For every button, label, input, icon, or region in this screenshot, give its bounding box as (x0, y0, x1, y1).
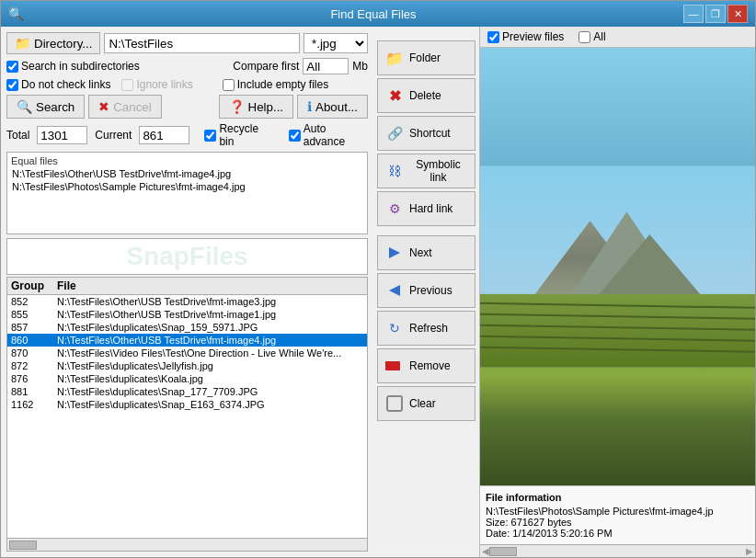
next-btn-icon (385, 244, 404, 262)
row-file: N:\TestFiles\Video Files\Test\One Direct… (57, 347, 363, 359)
svg-rect-2 (385, 361, 400, 370)
col-file-header: File (57, 279, 363, 292)
scroll-thumb[interactable] (9, 541, 37, 550)
folder-icon: 📁 (15, 36, 30, 51)
file-path: N:\TestFiles\Photos\Sample Pictures\fmt-… (486, 506, 750, 517)
table-row[interactable]: 876N:\TestFiles\duplicates\Koala.jpg (7, 372, 367, 385)
row-file: N:\TestFiles\Other\USB TestDrive\fmt-ima… (57, 309, 363, 320)
search-subdirs-check[interactable]: Search in subdirectories (6, 60, 140, 73)
cancel-button[interactable]: ✖ Cancel (88, 95, 162, 119)
watermark-logo: SnapFiles (126, 242, 247, 271)
next-button[interactable]: Next (377, 235, 475, 270)
clear-button[interactable]: Clear (377, 386, 475, 421)
row-group: 876 (11, 373, 57, 384)
totals-row: Total Current Recycle bin Auto advance (6, 122, 368, 148)
file-size: Size: 671627 bytes (486, 517, 750, 528)
window-controls: — ❐ ✕ (683, 5, 748, 23)
row-file: N:\TestFiles\duplicates\Jellyfish.jpg (57, 360, 363, 371)
file-list-area: Group File 852N:\TestFiles\Other\USB Tes… (6, 277, 368, 552)
ignore-links-check[interactable]: Ignore links (121, 78, 192, 91)
row-group: 872 (11, 360, 57, 371)
directory-button[interactable]: 📁 Directory... (6, 32, 100, 54)
row-file: N:\TestFiles\duplicates\Snap_159_5971.JP… (57, 322, 363, 333)
row-group: 857 (11, 322, 57, 333)
row-file: N:\TestFiles\duplicates\Koala.jpg (57, 373, 363, 384)
clear-btn-icon (385, 394, 404, 413)
horizontal-scrollbar[interactable] (7, 538, 367, 551)
table-row[interactable]: 1162N:\TestFiles\duplicates\Snap_E163_63… (7, 398, 367, 411)
directory-row: 📁 Directory... *.jpg (6, 32, 368, 54)
restore-button[interactable]: ❐ (705, 5, 726, 23)
checks-row-1: Search in subdirectories Compare first M… (6, 58, 368, 74)
file-list-scroll[interactable]: 852N:\TestFiles\Other\USB TestDrive\fmt-… (7, 295, 367, 538)
symbolic-link-button[interactable]: ⛓ Symbolic link (377, 154, 475, 188)
right-panel-scrollbar[interactable]: ◀ ▶ (480, 544, 755, 557)
remove-button[interactable]: Remove (377, 348, 475, 383)
table-row[interactable]: 855N:\TestFiles\Other\USB TestDrive\fmt-… (7, 308, 367, 321)
minimize-button[interactable]: — (683, 5, 704, 23)
refresh-btn-icon: ↻ (385, 319, 404, 337)
table-row[interactable]: 852N:\TestFiles\Other\USB TestDrive\fmt-… (7, 295, 367, 308)
table-row[interactable]: 860N:\TestFiles\Other\USB TestDrive\fmt-… (7, 334, 367, 347)
do-not-check-links-check[interactable]: Do not check links (6, 78, 110, 91)
table-row[interactable]: 881N:\TestFiles\duplicates\Snap_177_7709… (7, 385, 367, 398)
current-input[interactable] (139, 126, 189, 144)
compare-input[interactable] (303, 58, 349, 74)
row-group: 852 (11, 296, 57, 307)
preview-all-check[interactable]: All (578, 30, 605, 43)
help-button[interactable]: ❓ Help... (219, 95, 294, 119)
watermark-area: SnapFiles (6, 238, 368, 275)
remove-btn-icon (385, 357, 404, 375)
hard-link-button[interactable]: ⚙ Hard link (377, 191, 475, 226)
equal-file-1[interactable]: N:\TestFiles\Other\USB TestDrive\fmt-ima… (9, 167, 365, 180)
help-icon: ❓ (229, 99, 245, 114)
shortcut-button[interactable]: 🔗 Shortcut (377, 116, 475, 151)
left-panel: 📁 Directory... *.jpg Search in subdirect… (1, 27, 373, 557)
recycle-bin-check[interactable]: Recycle bin (204, 122, 273, 148)
right-scroll-thumb[interactable] (489, 547, 517, 556)
row-file: N:\TestFiles\duplicates\Snap_E163_6374.J… (57, 399, 363, 410)
col-group-header: Group (11, 279, 57, 292)
hard-link-btn-icon: ⚙ (385, 199, 404, 218)
preview-image (480, 48, 755, 485)
row-group: 1162 (11, 399, 57, 410)
table-row[interactable]: 872N:\TestFiles\duplicates\Jellyfish.jpg (7, 359, 367, 372)
table-row[interactable]: 870N:\TestFiles\Video Files\Test\One Dir… (7, 347, 367, 359)
shortcut-btn-icon: 🔗 (385, 124, 404, 142)
action-buttons-row: 🔍 Search ✖ Cancel ❓ Help... ℹ About... (6, 95, 368, 119)
row-group: 870 (11, 347, 57, 359)
svg-rect-3 (387, 396, 402, 411)
row-group: 855 (11, 309, 57, 320)
equal-files-box: Equal files N:\TestFiles\Other\USB TestD… (6, 152, 368, 234)
equal-file-2[interactable]: N:\TestFiles\Photos\Sample Pictures\fmt-… (9, 180, 365, 193)
extension-select[interactable]: *.jpg (304, 33, 368, 53)
about-button[interactable]: ℹ About... (297, 95, 368, 119)
file-info-section: File information N:\TestFiles\Photos\Sam… (480, 485, 755, 544)
checks-row-2: Do not check links Ignore links Include … (6, 78, 368, 91)
svg-marker-1 (389, 285, 400, 296)
folder-button[interactable]: 📁 Folder (377, 40, 475, 75)
search-button[interactable]: 🔍 Search (6, 95, 85, 119)
total-input[interactable] (37, 126, 87, 144)
delete-button[interactable]: ✖ Delete (377, 78, 475, 113)
include-empty-check[interactable]: Include empty files (223, 78, 328, 91)
content-area: 📁 Directory... *.jpg Search in subdirect… (1, 27, 755, 557)
refresh-button[interactable]: ↻ Refresh (377, 311, 475, 346)
svg-marker-0 (389, 247, 400, 258)
previous-button[interactable]: Previous (377, 273, 475, 308)
title-bar: 🔍 Find Equal Files — ❐ ✕ (1, 1, 755, 27)
previous-btn-icon (385, 281, 404, 300)
file-info-title: File information (486, 492, 750, 503)
delete-btn-icon: ✖ (385, 86, 404, 105)
preview-files-check[interactable]: Preview files (487, 30, 564, 43)
file-date: Date: 1/14/2013 5:20:16 PM (486, 528, 750, 539)
close-button[interactable]: ✕ (727, 5, 748, 23)
row-group: 860 (11, 335, 57, 346)
row-group: 881 (11, 386, 57, 397)
about-icon: ℹ (307, 99, 312, 114)
table-row[interactable]: 857N:\TestFiles\duplicates\Snap_159_5971… (7, 321, 367, 334)
compare-group: Compare first Mb (233, 58, 368, 74)
mid-buttons-panel: 📁 Folder ✖ Delete 🔗 Shortcut (373, 27, 479, 557)
auto-advance-check[interactable]: Auto advance (289, 122, 368, 148)
path-input[interactable] (104, 33, 300, 53)
